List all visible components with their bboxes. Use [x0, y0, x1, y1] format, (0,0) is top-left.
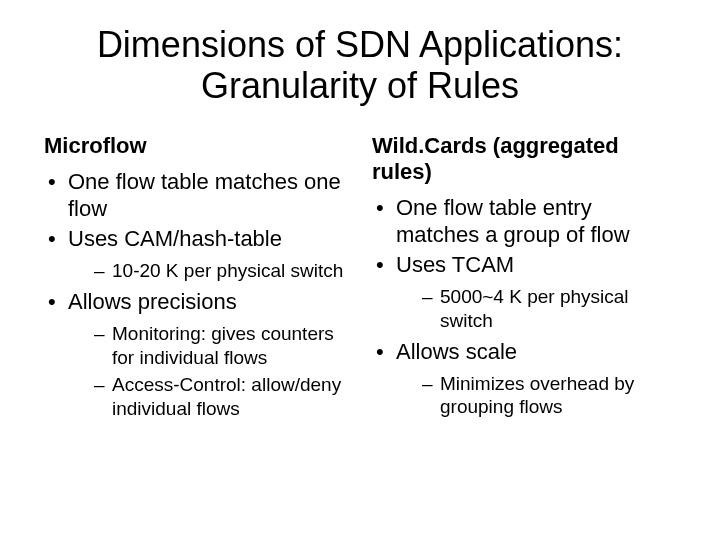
list-item: 5000~4 K per physical switch: [396, 285, 676, 333]
bullet-text: Uses TCAM: [396, 252, 514, 277]
sub-list: 10-20 K per physical switch: [68, 259, 348, 283]
right-heading: Wild.Cards (aggregated rules): [372, 133, 676, 185]
bullet-text: Allows scale: [396, 339, 517, 364]
slide-title: Dimensions of SDN Applications: Granular…: [44, 24, 676, 107]
right-column: Wild.Cards (aggregated rules) One flow t…: [372, 133, 676, 427]
columns: Microflow One flow table matches one flo…: [44, 133, 676, 427]
list-item: Minimizes overhead by grouping flows: [396, 372, 676, 420]
bullet-text: Uses CAM/hash-table: [68, 226, 282, 251]
list-item: Access-Control: allow/deny individual fl…: [68, 373, 348, 421]
sub-text: Access-Control: allow/deny individual fl…: [112, 374, 341, 419]
bullet-text: Allows precisions: [68, 289, 237, 314]
bullet-text: One flow table entry matches a group of …: [396, 195, 630, 247]
list-item: One flow table matches one flow: [44, 169, 348, 223]
list-item: Monitoring: gives counters for individua…: [68, 322, 348, 370]
left-heading: Microflow: [44, 133, 348, 159]
list-item: Uses CAM/hash-table 10-20 K per physical…: [44, 226, 348, 283]
left-column: Microflow One flow table matches one flo…: [44, 133, 348, 427]
list-item: Allows precisions Monitoring: gives coun…: [44, 289, 348, 421]
sub-text: 10-20 K per physical switch: [112, 260, 343, 281]
list-item: 10-20 K per physical switch: [68, 259, 348, 283]
list-item: Allows scale Minimizes overhead by group…: [372, 339, 676, 419]
sub-text: Monitoring: gives counters for individua…: [112, 323, 334, 368]
sub-text: Minimizes overhead by grouping flows: [440, 373, 634, 418]
left-bullets: One flow table matches one flow Uses CAM…: [44, 169, 348, 421]
sub-text: 5000~4 K per physical switch: [440, 286, 629, 331]
right-bullets: One flow table entry matches a group of …: [372, 195, 676, 419]
sub-list: Monitoring: gives counters for individua…: [68, 322, 348, 421]
list-item: Uses TCAM 5000~4 K per physical switch: [372, 252, 676, 332]
title-line-2: Granularity of Rules: [201, 65, 519, 106]
list-item: One flow table entry matches a group of …: [372, 195, 676, 249]
sub-list: 5000~4 K per physical switch: [396, 285, 676, 333]
title-line-1: Dimensions of SDN Applications:: [97, 24, 623, 65]
bullet-text: One flow table matches one flow: [68, 169, 341, 221]
sub-list: Minimizes overhead by grouping flows: [396, 372, 676, 420]
